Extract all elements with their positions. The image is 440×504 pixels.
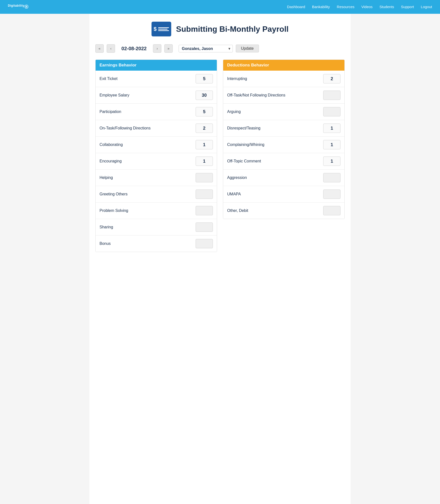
table-row: Helping xyxy=(96,170,217,186)
table-row: Employee Salary30 xyxy=(96,87,217,104)
table-row: Sharing xyxy=(96,219,217,236)
row-label: Complaining/Whining xyxy=(227,142,323,147)
row-label: Participation xyxy=(100,110,196,114)
earnings-table: Earnings Behavior Exit Ticket5Employee S… xyxy=(95,60,217,252)
table-row: Aggression xyxy=(223,170,344,186)
tables-row: Earnings Behavior Exit Ticket5Employee S… xyxy=(95,60,345,252)
table-row: Other, Debit xyxy=(223,203,344,219)
row-value-box[interactable] xyxy=(196,189,213,199)
row-value-box[interactable] xyxy=(323,91,340,100)
row-value-box[interactable]: 2 xyxy=(323,74,340,83)
row-label: Sharing xyxy=(100,225,196,229)
row-label: Greeting Others xyxy=(100,192,196,196)
row-value-box[interactable] xyxy=(323,206,340,215)
row-value-box[interactable] xyxy=(323,189,340,199)
row-value-box[interactable]: 5 xyxy=(196,107,213,116)
page-title: Submitting Bi-Monthly Payroll xyxy=(176,25,289,34)
row-value-box[interactable]: 5 xyxy=(196,74,213,83)
nav-link-logout[interactable]: Logout xyxy=(421,5,432,9)
page-header: $ Submitting Bi-Monthly Payroll xyxy=(95,22,345,36)
table-row: UMAPA xyxy=(223,186,344,203)
nav-prev-button[interactable]: ‹ xyxy=(107,44,115,53)
table-row: Arguing xyxy=(223,104,344,120)
row-value-box[interactable]: 1 xyxy=(196,140,213,149)
row-label: Helping xyxy=(100,175,196,180)
student-select[interactable]: Gonzales, Jason xyxy=(179,45,233,52)
row-label: Aggression xyxy=(227,175,323,180)
row-label: Off-Topic Comment xyxy=(227,159,323,163)
row-label: Collaborating xyxy=(100,142,196,147)
table-row: Collaborating1 xyxy=(96,137,217,153)
row-label: Interrupting xyxy=(227,77,323,81)
table-row: Disrespect/Teasing1 xyxy=(223,120,344,137)
nav-first-button[interactable]: « xyxy=(95,44,104,53)
row-label: Other, Debit xyxy=(227,208,323,213)
update-button[interactable]: Update xyxy=(236,45,259,52)
deductions-header: Deductions Behavior xyxy=(223,60,344,71)
row-value-box[interactable]: 2 xyxy=(196,124,213,133)
main-nav: Digitability® DashboardBankabilityResour… xyxy=(0,0,440,14)
row-label: Problem Solving xyxy=(100,208,196,213)
row-value-box[interactable] xyxy=(196,173,213,182)
row-label: Employee Salary xyxy=(100,93,196,97)
row-label: Encouraging xyxy=(100,159,196,163)
row-value-box[interactable]: 1 xyxy=(196,157,213,166)
site-logo: Digitability® xyxy=(8,4,29,10)
table-row: Problem Solving xyxy=(96,203,217,219)
row-value-box[interactable]: 1 xyxy=(323,124,340,133)
row-value-box[interactable] xyxy=(323,173,340,182)
row-label: Exit Ticket xyxy=(100,77,196,81)
table-row: Greeting Others xyxy=(96,186,217,203)
nav-next-button[interactable]: › xyxy=(153,44,161,53)
nav-link-students[interactable]: Students xyxy=(379,5,394,9)
nav-link-support[interactable]: Support xyxy=(401,5,414,9)
table-row: Encouraging1 xyxy=(96,153,217,170)
row-value-box[interactable] xyxy=(196,222,213,232)
payroll-icon: $ xyxy=(152,22,171,36)
date-display: 02-08-2022 xyxy=(118,46,150,51)
page-container: $ Submitting Bi-Monthly Payroll « ‹ 02-0… xyxy=(89,14,351,504)
table-row: On-Task/Following Directions2 xyxy=(96,120,217,137)
row-value-box[interactable]: 1 xyxy=(323,157,340,166)
table-row: Complaining/Whining1 xyxy=(223,137,344,153)
row-value-box[interactable]: 1 xyxy=(323,140,340,149)
earnings-header: Earnings Behavior xyxy=(96,60,217,71)
table-row: Off-Topic Comment1 xyxy=(223,153,344,170)
table-row: Off-Task/Not Following Directions xyxy=(223,87,344,104)
table-row: Bonus xyxy=(96,236,217,252)
table-row: Interrupting2 xyxy=(223,71,344,87)
row-label: Arguing xyxy=(227,110,323,114)
table-row: Participation5 xyxy=(96,104,217,120)
row-value-box[interactable]: 30 xyxy=(196,91,213,100)
row-value-box[interactable] xyxy=(323,107,340,116)
row-value-box[interactable] xyxy=(196,206,213,215)
table-row: Exit Ticket5 xyxy=(96,71,217,87)
student-select-wrapper: Gonzales, Jason xyxy=(179,45,233,52)
row-label: Disrespect/Teasing xyxy=(227,126,323,130)
nav-last-button[interactable]: » xyxy=(164,44,173,53)
row-label: UMAPA xyxy=(227,192,323,196)
row-label: Bonus xyxy=(100,241,196,246)
row-label: Off-Task/Not Following Directions xyxy=(227,93,323,97)
dollar-sign: $ xyxy=(153,26,156,32)
nav-link-dashboard[interactable]: Dashboard xyxy=(287,5,305,9)
nav-link-videos[interactable]: Videos xyxy=(361,5,373,9)
nav-link-bankability[interactable]: Bankability xyxy=(312,5,330,9)
row-label: On-Task/Following Directions xyxy=(100,126,196,130)
deductions-table: Deductions Behavior Interrupting2Off-Tas… xyxy=(223,60,345,219)
nav-link-resources[interactable]: Resources xyxy=(337,5,355,9)
date-controls: « ‹ 02-08-2022 › » Gonzales, Jason Updat… xyxy=(95,44,345,53)
row-value-box[interactable] xyxy=(196,239,213,248)
lines-decoration xyxy=(158,27,169,31)
